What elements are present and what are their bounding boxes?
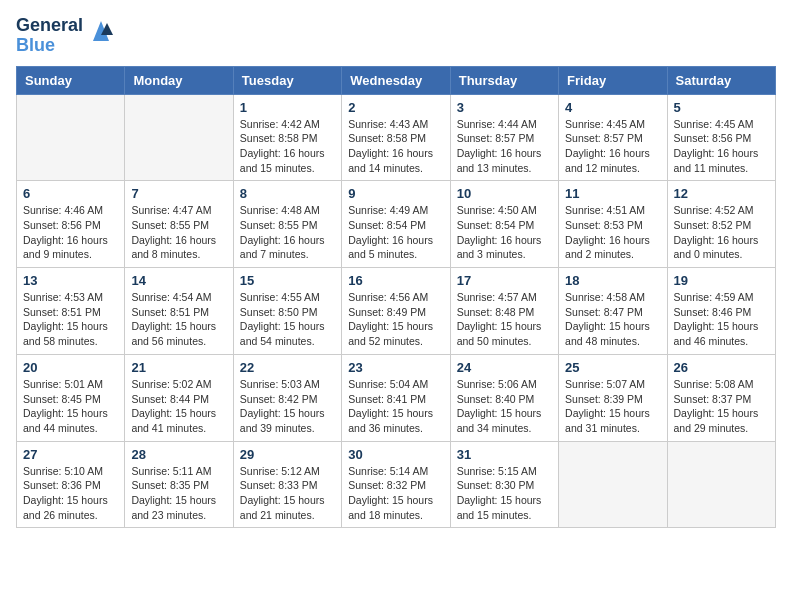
day-number: 27	[23, 447, 118, 462]
day-cell: 31Sunrise: 5:15 AM Sunset: 8:30 PM Dayli…	[450, 441, 558, 528]
day-number: 3	[457, 100, 552, 115]
day-info: Sunrise: 4:47 AM Sunset: 8:55 PM Dayligh…	[131, 203, 226, 262]
day-cell	[17, 94, 125, 181]
day-number: 31	[457, 447, 552, 462]
day-info: Sunrise: 4:53 AM Sunset: 8:51 PM Dayligh…	[23, 290, 118, 349]
day-number: 1	[240, 100, 335, 115]
day-cell: 21Sunrise: 5:02 AM Sunset: 8:44 PM Dayli…	[125, 354, 233, 441]
day-number: 11	[565, 186, 660, 201]
day-cell: 25Sunrise: 5:07 AM Sunset: 8:39 PM Dayli…	[559, 354, 667, 441]
col-monday: Monday	[125, 66, 233, 94]
day-info: Sunrise: 4:42 AM Sunset: 8:58 PM Dayligh…	[240, 117, 335, 176]
week-row-5: 27Sunrise: 5:10 AM Sunset: 8:36 PM Dayli…	[17, 441, 776, 528]
day-info: Sunrise: 4:45 AM Sunset: 8:57 PM Dayligh…	[565, 117, 660, 176]
day-number: 13	[23, 273, 118, 288]
day-cell	[667, 441, 775, 528]
day-info: Sunrise: 4:48 AM Sunset: 8:55 PM Dayligh…	[240, 203, 335, 262]
day-number: 25	[565, 360, 660, 375]
day-info: Sunrise: 4:58 AM Sunset: 8:47 PM Dayligh…	[565, 290, 660, 349]
col-sunday: Sunday	[17, 66, 125, 94]
day-cell: 13Sunrise: 4:53 AM Sunset: 8:51 PM Dayli…	[17, 268, 125, 355]
day-number: 21	[131, 360, 226, 375]
day-cell: 19Sunrise: 4:59 AM Sunset: 8:46 PM Dayli…	[667, 268, 775, 355]
day-number: 28	[131, 447, 226, 462]
day-cell: 14Sunrise: 4:54 AM Sunset: 8:51 PM Dayli…	[125, 268, 233, 355]
day-cell: 7Sunrise: 4:47 AM Sunset: 8:55 PM Daylig…	[125, 181, 233, 268]
day-info: Sunrise: 4:59 AM Sunset: 8:46 PM Dayligh…	[674, 290, 769, 349]
col-tuesday: Tuesday	[233, 66, 341, 94]
day-cell: 11Sunrise: 4:51 AM Sunset: 8:53 PM Dayli…	[559, 181, 667, 268]
day-cell	[559, 441, 667, 528]
day-info: Sunrise: 5:06 AM Sunset: 8:40 PM Dayligh…	[457, 377, 552, 436]
day-info: Sunrise: 5:10 AM Sunset: 8:36 PM Dayligh…	[23, 464, 118, 523]
day-info: Sunrise: 4:45 AM Sunset: 8:56 PM Dayligh…	[674, 117, 769, 176]
col-saturday: Saturday	[667, 66, 775, 94]
day-info: Sunrise: 4:46 AM Sunset: 8:56 PM Dayligh…	[23, 203, 118, 262]
day-info: Sunrise: 5:08 AM Sunset: 8:37 PM Dayligh…	[674, 377, 769, 436]
week-row-2: 6Sunrise: 4:46 AM Sunset: 8:56 PM Daylig…	[17, 181, 776, 268]
day-info: Sunrise: 5:07 AM Sunset: 8:39 PM Dayligh…	[565, 377, 660, 436]
day-number: 23	[348, 360, 443, 375]
logo-icon	[85, 13, 117, 45]
page-header: General Blue	[16, 16, 776, 56]
day-cell: 18Sunrise: 4:58 AM Sunset: 8:47 PM Dayli…	[559, 268, 667, 355]
day-number: 17	[457, 273, 552, 288]
calendar-table: Sunday Monday Tuesday Wednesday Thursday…	[16, 66, 776, 529]
week-row-4: 20Sunrise: 5:01 AM Sunset: 8:45 PM Dayli…	[17, 354, 776, 441]
day-cell: 4Sunrise: 4:45 AM Sunset: 8:57 PM Daylig…	[559, 94, 667, 181]
day-cell: 5Sunrise: 4:45 AM Sunset: 8:56 PM Daylig…	[667, 94, 775, 181]
day-number: 15	[240, 273, 335, 288]
day-cell: 28Sunrise: 5:11 AM Sunset: 8:35 PM Dayli…	[125, 441, 233, 528]
day-number: 16	[348, 273, 443, 288]
day-number: 12	[674, 186, 769, 201]
day-number: 2	[348, 100, 443, 115]
day-info: Sunrise: 5:12 AM Sunset: 8:33 PM Dayligh…	[240, 464, 335, 523]
day-info: Sunrise: 4:44 AM Sunset: 8:57 PM Dayligh…	[457, 117, 552, 176]
day-number: 18	[565, 273, 660, 288]
day-number: 7	[131, 186, 226, 201]
day-number: 14	[131, 273, 226, 288]
col-friday: Friday	[559, 66, 667, 94]
day-number: 30	[348, 447, 443, 462]
day-cell: 29Sunrise: 5:12 AM Sunset: 8:33 PM Dayli…	[233, 441, 341, 528]
day-number: 8	[240, 186, 335, 201]
day-info: Sunrise: 4:50 AM Sunset: 8:54 PM Dayligh…	[457, 203, 552, 262]
day-cell	[125, 94, 233, 181]
day-number: 29	[240, 447, 335, 462]
day-number: 10	[457, 186, 552, 201]
week-row-1: 1Sunrise: 4:42 AM Sunset: 8:58 PM Daylig…	[17, 94, 776, 181]
day-cell: 12Sunrise: 4:52 AM Sunset: 8:52 PM Dayli…	[667, 181, 775, 268]
day-cell: 16Sunrise: 4:56 AM Sunset: 8:49 PM Dayli…	[342, 268, 450, 355]
day-cell: 6Sunrise: 4:46 AM Sunset: 8:56 PM Daylig…	[17, 181, 125, 268]
logo-blue: Blue	[16, 36, 83, 56]
col-wednesday: Wednesday	[342, 66, 450, 94]
day-info: Sunrise: 4:43 AM Sunset: 8:58 PM Dayligh…	[348, 117, 443, 176]
col-thursday: Thursday	[450, 66, 558, 94]
day-cell: 20Sunrise: 5:01 AM Sunset: 8:45 PM Dayli…	[17, 354, 125, 441]
day-cell: 27Sunrise: 5:10 AM Sunset: 8:36 PM Dayli…	[17, 441, 125, 528]
day-cell: 17Sunrise: 4:57 AM Sunset: 8:48 PM Dayli…	[450, 268, 558, 355]
day-info: Sunrise: 4:55 AM Sunset: 8:50 PM Dayligh…	[240, 290, 335, 349]
day-cell: 2Sunrise: 4:43 AM Sunset: 8:58 PM Daylig…	[342, 94, 450, 181]
day-info: Sunrise: 5:02 AM Sunset: 8:44 PM Dayligh…	[131, 377, 226, 436]
day-info: Sunrise: 5:03 AM Sunset: 8:42 PM Dayligh…	[240, 377, 335, 436]
day-cell: 1Sunrise: 4:42 AM Sunset: 8:58 PM Daylig…	[233, 94, 341, 181]
logo: General Blue	[16, 16, 117, 56]
day-number: 22	[240, 360, 335, 375]
day-info: Sunrise: 5:04 AM Sunset: 8:41 PM Dayligh…	[348, 377, 443, 436]
day-info: Sunrise: 4:51 AM Sunset: 8:53 PM Dayligh…	[565, 203, 660, 262]
day-info: Sunrise: 5:11 AM Sunset: 8:35 PM Dayligh…	[131, 464, 226, 523]
day-info: Sunrise: 4:57 AM Sunset: 8:48 PM Dayligh…	[457, 290, 552, 349]
day-cell: 3Sunrise: 4:44 AM Sunset: 8:57 PM Daylig…	[450, 94, 558, 181]
day-info: Sunrise: 4:54 AM Sunset: 8:51 PM Dayligh…	[131, 290, 226, 349]
day-number: 6	[23, 186, 118, 201]
day-cell: 24Sunrise: 5:06 AM Sunset: 8:40 PM Dayli…	[450, 354, 558, 441]
calendar-header-row: Sunday Monday Tuesday Wednesday Thursday…	[17, 66, 776, 94]
day-info: Sunrise: 5:14 AM Sunset: 8:32 PM Dayligh…	[348, 464, 443, 523]
week-row-3: 13Sunrise: 4:53 AM Sunset: 8:51 PM Dayli…	[17, 268, 776, 355]
day-cell: 30Sunrise: 5:14 AM Sunset: 8:32 PM Dayli…	[342, 441, 450, 528]
day-number: 24	[457, 360, 552, 375]
logo-general: General	[16, 16, 83, 36]
day-cell: 10Sunrise: 4:50 AM Sunset: 8:54 PM Dayli…	[450, 181, 558, 268]
day-cell: 23Sunrise: 5:04 AM Sunset: 8:41 PM Dayli…	[342, 354, 450, 441]
